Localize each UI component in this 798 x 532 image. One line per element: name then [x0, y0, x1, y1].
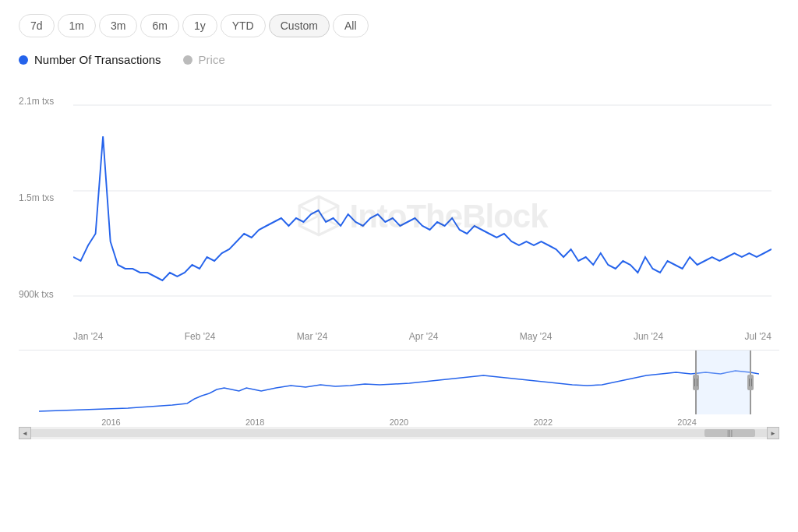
- scroll-right-button[interactable]: ►: [767, 427, 779, 439]
- selection-overlay[interactable]: [695, 351, 751, 414]
- mini-x-axis-label: 2024: [677, 417, 696, 427]
- legend-label-price: Price: [199, 53, 225, 66]
- x-axis-label: Jan '24: [73, 331, 103, 342]
- x-axis-label: May '24: [520, 331, 553, 342]
- mini-chart-container: 20162018202020222024 ◄ ||| ►: [19, 350, 779, 435]
- filter-btn-all[interactable]: All: [333, 14, 369, 37]
- main-container: 7d1m3m6m1yYTDCustomAll Number Of Transac…: [0, 0, 798, 435]
- x-axis-label: Apr '24: [409, 331, 439, 342]
- scroll-handle-indicator[interactable]: |||: [727, 429, 733, 437]
- y-label-mid: 1.5m txs: [19, 192, 73, 203]
- chart-legend: Number Of Transactions Price: [19, 53, 779, 66]
- legend-label-transactions: Number Of Transactions: [34, 53, 161, 66]
- filter-btn-3m[interactable]: 3m: [99, 14, 137, 37]
- main-chart-svg: [73, 90, 772, 323]
- mini-x-axis-label: 2020: [390, 417, 408, 427]
- filter-btn-6m[interactable]: 6m: [140, 14, 178, 37]
- mini-x-axis-label: 2018: [245, 417, 264, 427]
- legend-dot-price: [183, 55, 192, 65]
- x-axis-label: Mar '24: [297, 331, 328, 342]
- filter-btn-custom[interactable]: Custom: [269, 14, 330, 37]
- x-axis-label: Jul '24: [745, 331, 772, 342]
- scroll-bar[interactable]: ◄ ||| ►: [19, 427, 779, 439]
- legend-dot-transactions: [19, 55, 28, 65]
- mini-x-axis-label: 2022: [534, 417, 553, 427]
- filter-btn-1m[interactable]: 1m: [58, 14, 96, 37]
- selection-handle-right[interactable]: [747, 375, 754, 390]
- mini-x-axis-label: 2016: [101, 417, 120, 427]
- x-axis-label: Jun '24: [634, 331, 663, 342]
- scroll-left-button[interactable]: ◄: [19, 427, 31, 439]
- filter-btn-ytd[interactable]: YTD: [221, 14, 266, 37]
- legend-item-transactions[interactable]: Number Of Transactions: [19, 53, 161, 66]
- x-axis-label: Feb '24: [185, 331, 216, 342]
- mini-chart-area: [39, 351, 759, 414]
- time-filter-bar: 7d1m3m6m1yYTDCustomAll: [19, 14, 779, 37]
- mini-chart-svg: [39, 351, 759, 414]
- filter-btn-7d[interactable]: 7d: [19, 14, 55, 37]
- filter-btn-1y[interactable]: 1y: [182, 14, 217, 37]
- x-axis: Jan '24Feb '24Mar '24Apr '24May '24Jun '…: [73, 326, 772, 342]
- legend-item-price[interactable]: Price: [183, 53, 225, 66]
- y-label-bot: 900k txs: [19, 289, 73, 300]
- selection-handle-left[interactable]: [693, 375, 699, 390]
- y-label-top: 2.1m txs: [19, 96, 73, 107]
- chart-section: 2.1m txs 1.5m txs 900k txs IntoTheBlock: [19, 90, 779, 342]
- mini-x-axis: 20162018202020222024: [19, 414, 779, 427]
